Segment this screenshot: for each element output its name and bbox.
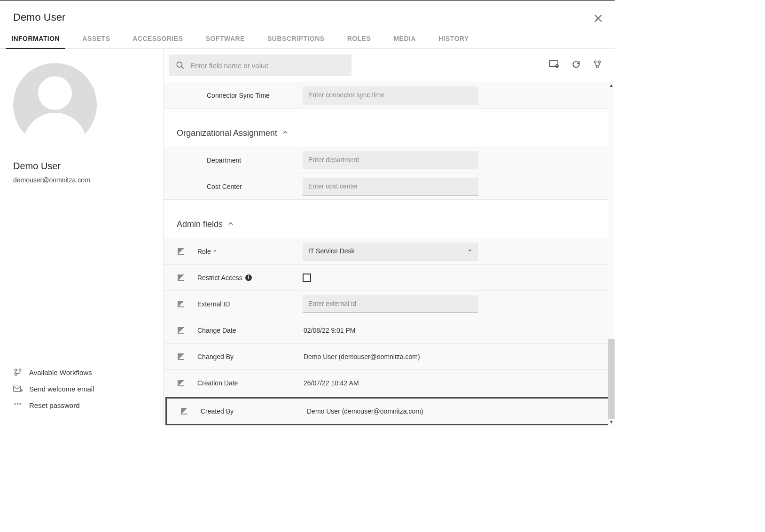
- external-id-input[interactable]: [303, 295, 478, 313]
- cost-center-input[interactable]: [303, 178, 478, 196]
- field-label-cost-center: Cost Center: [184, 183, 303, 190]
- admin-field-icon: [178, 274, 184, 281]
- svg-point-8: [598, 61, 601, 63]
- page-title: Demo User: [13, 11, 601, 23]
- refresh-icon[interactable]: [571, 60, 581, 71]
- admin-field-icon: [178, 301, 184, 307]
- tab-roles[interactable]: ROLES: [342, 30, 377, 49]
- section-organizational-assignment[interactable]: Organizational Assignment: [164, 109, 615, 147]
- section-organizational-assignment-label: Organizational Assignment: [177, 128, 277, 138]
- field-label-connector-sync-time: Connector Sync Time: [184, 92, 303, 99]
- section-admin-fields-label: Admin fields: [177, 219, 223, 229]
- search-input[interactable]: [185, 62, 345, 70]
- tab-media[interactable]: MEDIA: [388, 30, 422, 49]
- changed-by-value: Demo User (demouser@oomnitza.com): [303, 353, 478, 360]
- change-date-value: 02/08/22 9:01 PM: [303, 327, 478, 334]
- field-label-changed-by: Changed By: [184, 353, 303, 360]
- tab-accessories[interactable]: ACCESSORIES: [127, 30, 188, 49]
- layout-settings-icon[interactable]: [549, 60, 559, 71]
- reset-password-label: Reset password: [29, 401, 80, 409]
- field-row-role: Role* IT Service Desk: [164, 238, 615, 265]
- reset-password-button[interactable]: *** Reset password: [13, 401, 150, 409]
- available-workflows-label: Available Workflows: [29, 368, 92, 376]
- close-icon[interactable]: [594, 14, 602, 24]
- tab-subscriptions[interactable]: SUBSCRIPTIONS: [262, 30, 330, 49]
- workflow-icon: [13, 368, 23, 376]
- svg-point-9: [596, 66, 599, 68]
- tab-software[interactable]: SOFTWARE: [200, 30, 250, 49]
- avatar[interactable]: [13, 63, 97, 147]
- field-row-department: Department: [164, 147, 615, 173]
- chevron-up-icon: [282, 128, 289, 138]
- email-send-icon: [13, 385, 23, 393]
- field-row-cost-center: Cost Center: [164, 173, 615, 200]
- scrollbar-track[interactable]: [608, 89, 615, 419]
- section-admin-fields[interactable]: Admin fields: [164, 200, 615, 238]
- search-icon: [176, 61, 185, 70]
- field-row-changed-by: Changed By Demo User (demouser@oomnitza.…: [164, 344, 615, 370]
- svg-point-7: [594, 61, 596, 63]
- info-icon[interactable]: i: [245, 274, 252, 281]
- search-field[interactable]: [169, 55, 351, 76]
- field-row-creation-date: Creation Date 26/07/22 10:42 AM: [164, 370, 615, 396]
- send-welcome-email-label: Send welcome email: [29, 385, 94, 393]
- field-label-department: Department: [184, 156, 303, 164]
- field-label-restrict-access: Restrict Access i: [184, 274, 303, 282]
- svg-point-4: [177, 62, 182, 67]
- tabs: INFORMATION ASSETS ACCESSORIES SOFTWARE …: [0, 30, 615, 49]
- field-row-restrict-access: Restrict Access i: [164, 265, 615, 291]
- department-input[interactable]: [303, 151, 478, 169]
- role-select[interactable]: IT Service Desk: [303, 243, 478, 260]
- field-label-change-date: Change Date: [184, 327, 303, 334]
- svg-point-0: [15, 369, 17, 371]
- tab-history[interactable]: HISTORY: [433, 30, 475, 49]
- chevron-up-icon: [227, 219, 234, 229]
- password-icon: ***: [13, 402, 23, 409]
- role-select-value: IT Service Desk: [308, 247, 355, 255]
- caret-down-icon: [467, 247, 473, 255]
- scroll-down-icon[interactable]: ▼: [609, 419, 614, 425]
- admin-field-icon: [181, 408, 187, 415]
- created-by-value: Demo User (demouser@oomnitza.com): [306, 407, 482, 415]
- svg-point-1: [19, 369, 21, 371]
- admin-field-icon: [178, 248, 184, 255]
- scrollbar[interactable]: ▲ ▼: [608, 82, 615, 425]
- user-name: Demo User: [13, 161, 150, 172]
- svg-point-2: [15, 373, 17, 376]
- field-row-external-id: External ID: [164, 291, 615, 317]
- field-row-change-date: Change Date 02/08/22 9:01 PM: [164, 317, 615, 344]
- field-row-created-by: Created By Demo User (demouser@oomnitza.…: [165, 397, 613, 425]
- branch-icon[interactable]: [593, 60, 601, 71]
- scrollbar-thumb[interactable]: [608, 339, 615, 419]
- field-row-connector-sync-time: Connector Sync Time: [164, 82, 615, 109]
- required-star-icon: *: [214, 248, 216, 255]
- connector-sync-time-input[interactable]: [303, 86, 478, 104]
- field-label-external-id: External ID: [184, 300, 303, 308]
- restrict-access-checkbox[interactable]: [303, 274, 311, 282]
- user-email: demouser@oomnitza.com: [13, 176, 150, 184]
- field-label-creation-date: Creation Date: [184, 379, 303, 387]
- admin-field-icon: [178, 327, 184, 334]
- scroll-up-icon[interactable]: ▲: [609, 82, 614, 89]
- field-label-created-by: Created By: [187, 407, 306, 415]
- admin-field-icon: [178, 380, 184, 386]
- field-label-role: Role*: [184, 248, 303, 255]
- tab-information[interactable]: INFORMATION: [6, 30, 65, 49]
- available-workflows-button[interactable]: Available Workflows: [13, 368, 150, 376]
- admin-field-icon: [178, 353, 184, 360]
- send-welcome-email-button[interactable]: Send welcome email: [13, 385, 150, 393]
- svg-rect-5: [549, 61, 558, 67]
- tab-assets[interactable]: ASSETS: [77, 30, 116, 49]
- creation-date-value: 26/07/22 10:42 AM: [303, 379, 478, 387]
